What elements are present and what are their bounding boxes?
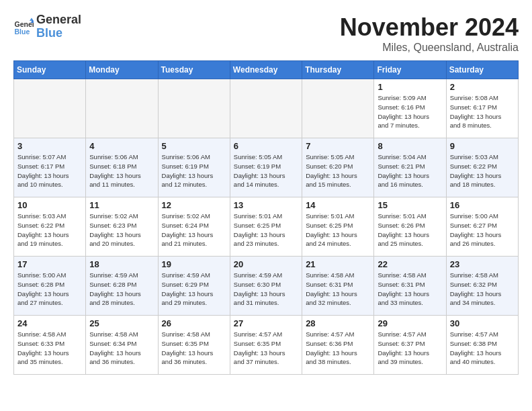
- day-info: Sunrise: 4:58 AM Sunset: 6:35 PM Dayligh…: [162, 330, 226, 367]
- calendar-cell: 19Sunrise: 4:59 AM Sunset: 6:29 PM Dayli…: [158, 257, 230, 316]
- day-number: 15: [378, 200, 442, 210]
- weekday-header-sunday: Sunday: [14, 61, 86, 79]
- calendar-cell: 6Sunrise: 5:05 AM Sunset: 6:19 PM Daylig…: [230, 138, 302, 197]
- calendar-cell: 17Sunrise: 5:00 AM Sunset: 6:28 PM Dayli…: [14, 257, 86, 316]
- calendar-cell: 28Sunrise: 4:57 AM Sunset: 6:36 PM Dayli…: [302, 316, 374, 375]
- calendar-cell: 25Sunrise: 4:58 AM Sunset: 6:34 PM Dayli…: [86, 316, 158, 375]
- calendar-cell: 15Sunrise: 5:01 AM Sunset: 6:26 PM Dayli…: [374, 197, 446, 257]
- calendar-cell: 12Sunrise: 5:02 AM Sunset: 6:24 PM Dayli…: [158, 197, 230, 257]
- day-info: Sunrise: 4:59 AM Sunset: 6:30 PM Dayligh…: [234, 271, 298, 308]
- svg-marker-2: [30, 17, 34, 21]
- day-number: 12: [162, 200, 226, 210]
- calendar-cell: 30Sunrise: 4:57 AM Sunset: 6:38 PM Dayli…: [446, 316, 518, 375]
- calendar-cell: 4Sunrise: 5:06 AM Sunset: 6:18 PM Daylig…: [86, 138, 158, 197]
- calendar-cell: 18Sunrise: 4:59 AM Sunset: 6:28 PM Dayli…: [86, 257, 158, 316]
- day-number: 17: [17, 259, 82, 269]
- day-info: Sunrise: 5:01 AM Sunset: 6:25 PM Dayligh…: [234, 212, 298, 248]
- day-number: 2: [450, 82, 515, 92]
- day-number: 24: [17, 318, 82, 328]
- weekday-header-thursday: Thursday: [302, 61, 374, 79]
- day-number: 25: [89, 318, 154, 328]
- calendar-cell: 9Sunrise: 5:03 AM Sunset: 6:22 PM Daylig…: [446, 138, 518, 197]
- day-number: 30: [450, 318, 515, 328]
- day-number: 14: [306, 200, 370, 210]
- day-info: Sunrise: 5:07 AM Sunset: 6:17 PM Dayligh…: [17, 152, 82, 189]
- day-number: 26: [162, 318, 226, 328]
- day-info: Sunrise: 5:04 AM Sunset: 6:21 PM Dayligh…: [378, 152, 442, 189]
- day-info: Sunrise: 5:08 AM Sunset: 6:17 PM Dayligh…: [450, 93, 515, 130]
- calendar-cell: [86, 79, 158, 138]
- header: General Blue General Blue November 2024 …: [13, 13, 519, 54]
- day-info: Sunrise: 5:01 AM Sunset: 6:25 PM Dayligh…: [306, 212, 370, 248]
- day-info: Sunrise: 4:58 AM Sunset: 6:32 PM Dayligh…: [450, 271, 515, 308]
- calendar-cell: 22Sunrise: 4:58 AM Sunset: 6:31 PM Dayli…: [374, 257, 446, 316]
- week-row-5: 24Sunrise: 4:58 AM Sunset: 6:33 PM Dayli…: [14, 316, 519, 375]
- calendar-cell: 3Sunrise: 5:07 AM Sunset: 6:17 PM Daylig…: [14, 138, 86, 197]
- day-info: Sunrise: 4:57 AM Sunset: 6:36 PM Dayligh…: [306, 330, 370, 367]
- calendar-cell: 13Sunrise: 5:01 AM Sunset: 6:25 PM Dayli…: [230, 197, 302, 257]
- day-info: Sunrise: 5:00 AM Sunset: 6:28 PM Dayligh…: [17, 271, 82, 308]
- weekday-header-monday: Monday: [86, 61, 158, 79]
- day-info: Sunrise: 5:09 AM Sunset: 6:16 PM Dayligh…: [378, 93, 442, 130]
- day-info: Sunrise: 5:06 AM Sunset: 6:19 PM Dayligh…: [162, 152, 226, 189]
- day-number: 20: [234, 259, 298, 269]
- title-area: November 2024 Miles, Queensland, Austral…: [340, 13, 519, 54]
- day-number: 3: [17, 141, 82, 151]
- day-number: 27: [234, 318, 298, 328]
- day-info: Sunrise: 5:03 AM Sunset: 6:22 PM Dayligh…: [450, 152, 515, 189]
- day-info: Sunrise: 4:59 AM Sunset: 6:29 PM Dayligh…: [162, 271, 226, 308]
- day-number: 21: [306, 259, 370, 269]
- day-info: Sunrise: 5:05 AM Sunset: 6:19 PM Dayligh…: [234, 152, 298, 189]
- day-number: 7: [306, 141, 370, 151]
- day-info: Sunrise: 5:02 AM Sunset: 6:23 PM Dayligh…: [89, 212, 154, 248]
- day-number: 29: [378, 318, 442, 328]
- day-number: 18: [89, 259, 154, 269]
- calendar-cell: 8Sunrise: 5:04 AM Sunset: 6:21 PM Daylig…: [374, 138, 446, 197]
- week-row-4: 17Sunrise: 5:00 AM Sunset: 6:28 PM Dayli…: [14, 257, 519, 316]
- weekday-header-wednesday: Wednesday: [230, 61, 302, 79]
- day-info: Sunrise: 5:02 AM Sunset: 6:24 PM Dayligh…: [162, 212, 226, 248]
- day-number: 19: [162, 259, 226, 269]
- calendar-cell: 14Sunrise: 5:01 AM Sunset: 6:25 PM Dayli…: [302, 197, 374, 257]
- day-number: 6: [234, 141, 298, 151]
- day-info: Sunrise: 5:01 AM Sunset: 6:26 PM Dayligh…: [378, 212, 442, 248]
- location-title: Miles, Queensland, Australia: [340, 42, 519, 54]
- day-info: Sunrise: 4:58 AM Sunset: 6:31 PM Dayligh…: [378, 271, 442, 308]
- calendar-cell: 21Sunrise: 4:58 AM Sunset: 6:31 PM Dayli…: [302, 257, 374, 316]
- calendar-cell: 23Sunrise: 4:58 AM Sunset: 6:32 PM Dayli…: [446, 257, 518, 316]
- day-info: Sunrise: 4:58 AM Sunset: 6:33 PM Dayligh…: [17, 330, 82, 367]
- logo-general: General: [36, 13, 81, 27]
- day-info: Sunrise: 5:06 AM Sunset: 6:18 PM Dayligh…: [89, 152, 154, 189]
- day-info: Sunrise: 4:57 AM Sunset: 6:35 PM Dayligh…: [234, 330, 298, 367]
- day-info: Sunrise: 4:57 AM Sunset: 6:37 PM Dayligh…: [378, 330, 442, 367]
- day-info: Sunrise: 4:58 AM Sunset: 6:34 PM Dayligh…: [89, 330, 154, 367]
- day-number: 4: [89, 141, 154, 151]
- logo-icon: General Blue: [13, 17, 34, 37]
- day-number: 23: [450, 259, 515, 269]
- day-number: 9: [450, 141, 515, 151]
- calendar-cell: [302, 79, 374, 138]
- day-number: 22: [378, 259, 442, 269]
- day-number: 13: [234, 200, 298, 210]
- calendar-cell: 29Sunrise: 4:57 AM Sunset: 6:37 PM Dayli…: [374, 316, 446, 375]
- weekday-header-row: SundayMondayTuesdayWednesdayThursdayFrid…: [14, 61, 519, 79]
- calendar-cell: 2Sunrise: 5:08 AM Sunset: 6:17 PM Daylig…: [446, 79, 518, 138]
- weekday-header-tuesday: Tuesday: [158, 61, 230, 79]
- calendar-cell: 27Sunrise: 4:57 AM Sunset: 6:35 PM Dayli…: [230, 316, 302, 375]
- day-number: 1: [378, 82, 442, 92]
- weekday-header-friday: Friday: [374, 61, 446, 79]
- week-row-3: 10Sunrise: 5:03 AM Sunset: 6:22 PM Dayli…: [14, 197, 519, 257]
- logo-blue: Blue: [36, 27, 81, 40]
- svg-text:Blue: Blue: [15, 27, 30, 35]
- calendar-cell: 24Sunrise: 4:58 AM Sunset: 6:33 PM Dayli…: [14, 316, 86, 375]
- day-number: 16: [450, 200, 515, 210]
- calendar-cell: 16Sunrise: 5:00 AM Sunset: 6:27 PM Dayli…: [446, 197, 518, 257]
- day-info: Sunrise: 4:58 AM Sunset: 6:31 PM Dayligh…: [306, 271, 370, 308]
- day-info: Sunrise: 4:57 AM Sunset: 6:38 PM Dayligh…: [450, 330, 515, 367]
- day-info: Sunrise: 5:03 AM Sunset: 6:22 PM Dayligh…: [17, 212, 82, 248]
- calendar-cell: 7Sunrise: 5:05 AM Sunset: 6:20 PM Daylig…: [302, 138, 374, 197]
- logo: General Blue General Blue: [13, 13, 81, 40]
- calendar-cell: 1Sunrise: 5:09 AM Sunset: 6:16 PM Daylig…: [374, 79, 446, 138]
- day-info: Sunrise: 5:05 AM Sunset: 6:20 PM Dayligh…: [306, 152, 370, 189]
- day-number: 8: [378, 141, 442, 151]
